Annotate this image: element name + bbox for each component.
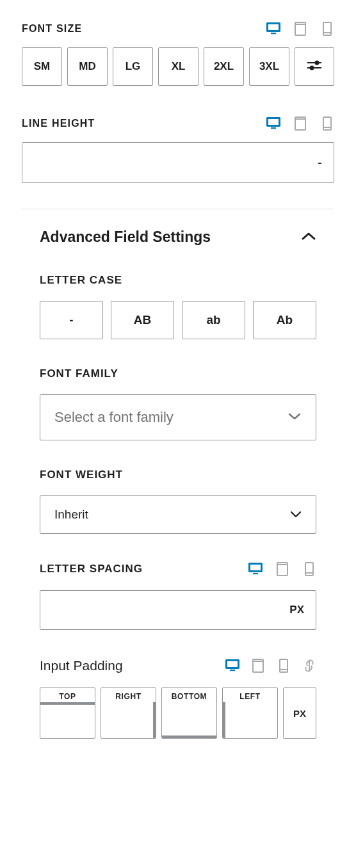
- line-height-input[interactable]: -: [22, 142, 334, 183]
- desktop-icon[interactable]: [225, 659, 239, 673]
- padding-bottom-label: BOTTOM: [162, 688, 216, 703]
- padding-right-label: RIGHT: [101, 688, 156, 703]
- svg-rect-26: [227, 661, 238, 667]
- letter-case-label: LETTER CASE: [40, 274, 316, 287]
- letter-spacing-unit: PX: [289, 604, 304, 616]
- svg-rect-1: [268, 24, 279, 30]
- font-weight-value: Inherit: [54, 508, 88, 522]
- divider: [22, 209, 334, 209]
- tablet-icon[interactable]: [275, 562, 289, 576]
- svg-rect-12: [268, 119, 279, 125]
- input-padding-title: Input Padding: [40, 658, 123, 673]
- line-height-value: -: [318, 156, 322, 170]
- font-size-3xl[interactable]: 3XL: [249, 47, 289, 86]
- chevron-up-icon: [301, 232, 316, 243]
- font-family-select[interactable]: Select a font family: [40, 394, 316, 440]
- advanced-title: Advanced Field Settings: [40, 229, 211, 246]
- svg-rect-20: [253, 573, 258, 574]
- font-weight-select[interactable]: Inherit: [40, 495, 316, 534]
- font-size-xl[interactable]: XL: [158, 47, 198, 86]
- mobile-icon[interactable]: [277, 659, 291, 673]
- padding-unit-select[interactable]: PX: [283, 687, 316, 739]
- mobile-icon[interactable]: [320, 22, 334, 36]
- letter-spacing-input[interactable]: PX: [40, 590, 316, 630]
- svg-rect-13: [271, 127, 276, 129]
- padding-top-input[interactable]: TOP: [40, 687, 95, 739]
- padding-bottom-bar: [162, 735, 216, 738]
- font-size-custom-button[interactable]: [295, 47, 334, 86]
- padding-top-label: TOP: [40, 688, 95, 703]
- tablet-icon[interactable]: [251, 659, 265, 673]
- padding-left-input[interactable]: LEFT: [222, 687, 278, 739]
- padding-top-bar: [40, 702, 95, 705]
- letter-case-capitalize[interactable]: Ab: [253, 301, 316, 339]
- letter-case-lower[interactable]: ab: [182, 301, 245, 339]
- font-size-lg[interactable]: LG: [113, 47, 153, 86]
- font-size-sm[interactable]: SM: [22, 47, 62, 86]
- font-size-2xl[interactable]: 2XL: [204, 47, 244, 86]
- sliders-icon: [307, 60, 321, 74]
- svg-point-10: [311, 66, 314, 69]
- tablet-icon[interactable]: [293, 117, 307, 131]
- chevron-down-icon: [290, 509, 302, 520]
- font-weight-label: FONT WEIGHT: [40, 469, 316, 481]
- font-size-md[interactable]: MD: [67, 47, 108, 86]
- svg-point-8: [316, 61, 319, 64]
- advanced-settings-toggle[interactable]: Advanced Field Settings: [40, 229, 316, 246]
- padding-right-input[interactable]: RIGHT: [101, 687, 156, 739]
- padding-left-bar: [223, 702, 225, 738]
- letter-case-none[interactable]: -: [40, 301, 103, 339]
- svg-rect-19: [250, 565, 261, 570]
- font-family-placeholder: Select a font family: [54, 409, 174, 426]
- letter-spacing-label: LETTER SPACING: [40, 563, 143, 575]
- mobile-icon[interactable]: [302, 562, 316, 576]
- letter-case-upper[interactable]: AB: [111, 301, 174, 339]
- line-height-label: LINE HEIGHT: [22, 118, 95, 129]
- svg-rect-27: [230, 670, 235, 671]
- desktop-icon[interactable]: [266, 22, 280, 36]
- desktop-icon[interactable]: [266, 117, 280, 131]
- font-family-label: FONT FAMILY: [40, 367, 316, 380]
- tablet-icon[interactable]: [293, 22, 307, 36]
- padding-right-bar: [153, 702, 156, 738]
- padding-left-label: LEFT: [223, 688, 277, 703]
- font-size-label: FONT SIZE: [22, 23, 82, 35]
- unlink-icon[interactable]: [302, 659, 316, 673]
- mobile-icon[interactable]: [320, 117, 334, 131]
- svg-rect-2: [271, 33, 276, 34]
- chevron-down-icon: [287, 412, 302, 423]
- padding-bottom-input[interactable]: BOTTOM: [161, 687, 217, 739]
- padding-unit-value: PX: [293, 708, 306, 719]
- desktop-icon[interactable]: [248, 562, 263, 576]
